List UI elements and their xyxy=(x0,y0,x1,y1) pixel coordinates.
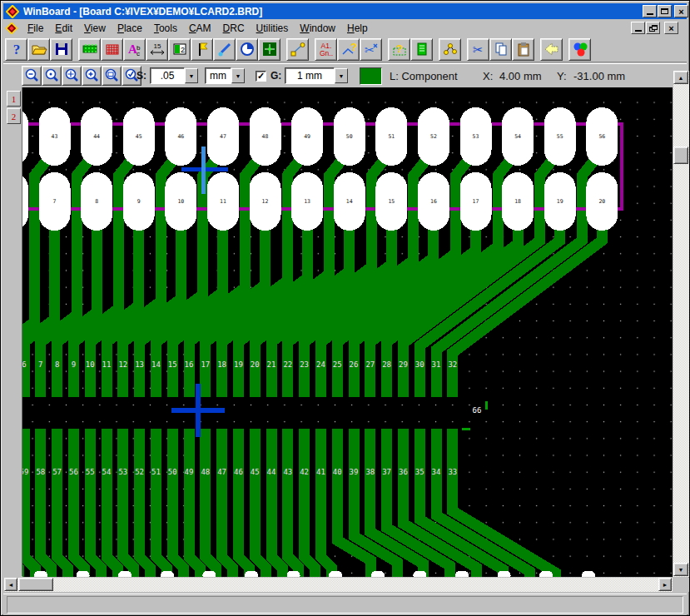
annotate-button[interactable]: A1.Gn.. xyxy=(315,38,337,61)
route-button[interactable] xyxy=(213,38,236,61)
menu-place[interactable]: Place xyxy=(112,21,148,36)
scroll-down-button[interactable]: ▼ xyxy=(673,563,688,576)
pad-bottom-edge[interactable] xyxy=(77,571,90,577)
flag-button[interactable] xyxy=(191,38,213,61)
menu-window[interactable]: Window xyxy=(294,21,341,36)
trace-lower[interactable] xyxy=(271,429,282,577)
scroll-up-button[interactable]: ▲ xyxy=(673,71,688,84)
zoom-out-button[interactable] xyxy=(22,66,42,86)
zoom-center-button[interactable] xyxy=(42,66,62,86)
pcb-canvas[interactable]: 4374484594610471148124913501451155216531… xyxy=(22,87,673,577)
trace-lower[interactable] xyxy=(222,429,233,577)
snap-dropdown-arrow[interactable]: ▼ xyxy=(185,68,198,83)
horizontal-scrollbar[interactable]: ◄ ► xyxy=(4,578,673,592)
unit-select[interactable]: mm xyxy=(205,67,231,84)
save-button[interactable] xyxy=(50,38,72,61)
trace-lower[interactable] xyxy=(320,429,331,577)
trace-lower[interactable] xyxy=(255,429,266,577)
trace-lower[interactable] xyxy=(189,429,200,577)
snap-select[interactable]: .05 xyxy=(150,67,185,84)
trace-lower[interactable] xyxy=(123,429,134,577)
trace-lower[interactable] xyxy=(288,429,299,577)
mdi-document-icon[interactable] xyxy=(5,22,18,35)
pad-bottom-edge[interactable] xyxy=(329,571,342,577)
menu-tools[interactable]: Tools xyxy=(148,21,183,36)
pad-bottom-row[interactable] xyxy=(22,172,28,231)
text-button[interactable]: Abc xyxy=(123,38,146,61)
trace-lower[interactable] xyxy=(172,429,183,577)
pad-bottom-edge[interactable] xyxy=(455,571,469,577)
layer-1-button[interactable]: 1 xyxy=(7,91,21,107)
pad-target-button[interactable] xyxy=(258,38,280,61)
component-button[interactable]: 2 xyxy=(168,38,191,61)
horizontal-scroll-thumb[interactable] xyxy=(18,578,53,591)
title-bar[interactable]: WinBoard - [Board C:¥IVEX¥DEMO¥LCARD2.BR… xyxy=(3,3,687,19)
layer-color-swatch[interactable] xyxy=(360,67,382,85)
copy-button[interactable] xyxy=(489,38,512,61)
net-label-floating[interactable]: 66 xyxy=(473,406,482,415)
undo-button[interactable] xyxy=(540,38,563,61)
vertical-scroll-thumb[interactable] xyxy=(673,147,688,164)
pad-bottom-edge[interactable] xyxy=(371,571,385,577)
query-component-button[interactable]: ? xyxy=(388,38,410,61)
trace-lower[interactable] xyxy=(57,429,68,577)
paste-button[interactable] xyxy=(512,38,534,61)
trace-lower[interactable] xyxy=(305,429,315,577)
net-nodes-button[interactable] xyxy=(439,38,461,61)
pad-bottom-edge[interactable] xyxy=(245,571,258,577)
pad-bottom-edge[interactable] xyxy=(539,571,553,577)
trace-lower[interactable] xyxy=(156,429,166,577)
scroll-right-button[interactable]: ► xyxy=(658,578,672,591)
component-outline-right[interactable] xyxy=(620,122,623,211)
pad-bottom-edge[interactable] xyxy=(582,571,595,577)
menu-cam[interactable]: CAM xyxy=(183,21,217,36)
pad-bottom-edge[interactable] xyxy=(161,571,174,577)
pad-bottom-edge[interactable] xyxy=(413,571,426,577)
trace-lower[interactable] xyxy=(24,429,35,577)
pad-bottom-edge[interactable] xyxy=(34,571,47,577)
cut-button[interactable]: ✂ xyxy=(467,38,489,61)
trace-lower[interactable] xyxy=(107,429,117,577)
trace-lower[interactable] xyxy=(73,429,84,577)
zoom-window-button[interactable] xyxy=(102,66,122,86)
mdi-restore-button[interactable] xyxy=(646,22,660,34)
net-line-button[interactable] xyxy=(286,38,309,61)
pad-bottom-edge[interactable] xyxy=(202,571,216,577)
pad-bottom-edge[interactable] xyxy=(287,571,300,577)
mdi-minimize-button[interactable] xyxy=(631,22,645,34)
delete-track-button[interactable]: ✂ xyxy=(360,38,382,61)
mdi-close-button[interactable]: × xyxy=(664,22,678,34)
trace-lower[interactable] xyxy=(238,429,249,577)
pad-top-row[interactable] xyxy=(22,107,28,166)
copper-pour-button[interactable] xyxy=(101,38,123,61)
dimension-button[interactable]: 15 xyxy=(146,38,168,61)
grid-dropdown-arrow[interactable]: ▼ xyxy=(335,68,348,83)
report-button[interactable] xyxy=(410,38,433,61)
arc-button[interactable] xyxy=(236,38,258,61)
menu-help[interactable]: Help xyxy=(341,21,374,36)
pad-bottom-edge[interactable] xyxy=(498,571,511,577)
pad-bottom-edge[interactable] xyxy=(118,571,132,577)
vertical-scrollbar[interactable]: ▲ ▼ xyxy=(673,71,689,577)
menu-utilities[interactable]: Utilities xyxy=(251,21,295,36)
open-button[interactable] xyxy=(27,38,50,61)
help-button[interactable]: ? xyxy=(5,38,27,61)
zoom-in-button[interactable] xyxy=(82,66,102,86)
trace-lower[interactable] xyxy=(140,429,151,577)
trace-lower[interactable] xyxy=(41,429,52,577)
component-dip-button[interactable] xyxy=(78,38,101,61)
scroll-left-button[interactable]: ◄ xyxy=(4,578,17,591)
menu-drc[interactable]: DRC xyxy=(217,21,251,36)
trace-lower[interactable] xyxy=(206,429,216,577)
maximize-button[interactable] xyxy=(658,5,672,17)
menu-view[interactable]: View xyxy=(78,21,112,36)
unit-dropdown-arrow[interactable]: ▼ xyxy=(231,68,245,83)
zoom-fit-button[interactable] xyxy=(62,66,82,86)
trace-lower[interactable] xyxy=(90,429,101,577)
menu-edit[interactable]: Edit xyxy=(49,21,78,36)
menu-file[interactable]: File xyxy=(22,21,49,36)
minimize-button[interactable] xyxy=(643,5,657,17)
layer-colors-button[interactable] xyxy=(568,38,591,61)
grid-select[interactable]: 1 mm xyxy=(285,67,335,84)
grid-checkbox[interactable]: ✓ xyxy=(256,71,266,82)
